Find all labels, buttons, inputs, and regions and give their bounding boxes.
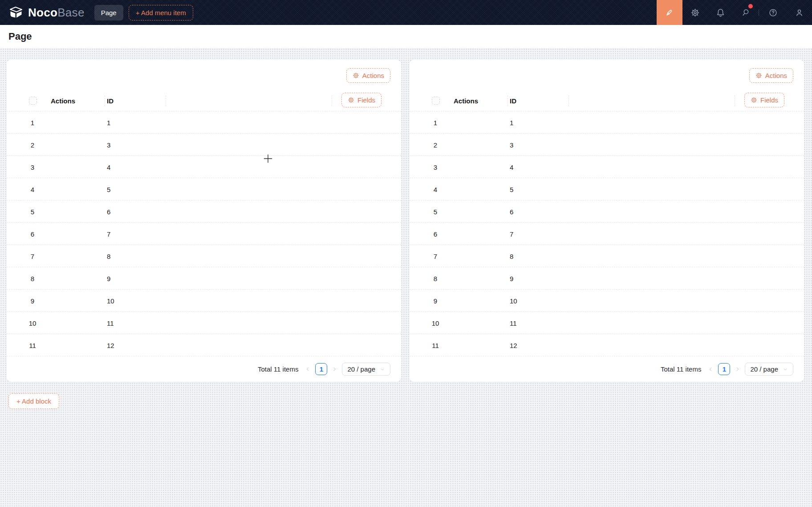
row-index: 7 bbox=[24, 252, 41, 260]
column-header-actions: Actions bbox=[51, 97, 75, 104]
chevron-right-icon bbox=[735, 366, 740, 372]
table-fields-button[interactable]: Fields bbox=[341, 93, 382, 107]
page-number-button[interactable]: 1 bbox=[718, 363, 730, 375]
table-block-2: Actions Actions ID Fields 1 1 bbox=[410, 60, 804, 382]
row-id-value: 10 bbox=[107, 297, 114, 304]
row-id-value: 12 bbox=[107, 341, 114, 349]
table-row[interactable]: 2 3 bbox=[7, 134, 401, 156]
table-row[interactable]: 7 8 bbox=[7, 245, 401, 267]
table-row[interactable]: 6 7 bbox=[410, 223, 804, 245]
table-row[interactable]: 4 5 bbox=[7, 178, 401, 200]
row-id-value: 6 bbox=[107, 208, 110, 215]
row-id-value: 12 bbox=[510, 341, 517, 349]
ui-editor-button[interactable] bbox=[657, 0, 682, 25]
row-index: 5 bbox=[427, 208, 443, 215]
gear-icon bbox=[755, 72, 762, 79]
column-divider bbox=[735, 95, 735, 106]
add-block-button[interactable]: + Add block bbox=[8, 393, 59, 409]
table-row[interactable]: 11 12 bbox=[7, 334, 401, 356]
row-index: 9 bbox=[24, 297, 41, 304]
row-index: 11 bbox=[427, 341, 443, 349]
table-row[interactable]: 8 9 bbox=[410, 267, 804, 290]
next-page-button[interactable] bbox=[332, 366, 337, 372]
row-id-value: 4 bbox=[510, 163, 513, 171]
user-menu-button[interactable] bbox=[787, 0, 812, 25]
row-id-value: 9 bbox=[107, 274, 110, 282]
gear-icon bbox=[690, 8, 700, 17]
column-divider bbox=[166, 95, 166, 106]
row-index: 8 bbox=[24, 274, 41, 282]
row-id-value: 7 bbox=[107, 230, 110, 237]
prev-page-button[interactable] bbox=[305, 366, 311, 372]
table-block-1: Actions Actions ID Fields 1 1 bbox=[7, 60, 401, 382]
table-row[interactable]: 6 7 bbox=[7, 223, 401, 245]
row-id-value: 3 bbox=[107, 141, 110, 148]
table-row[interactable]: 11 12 bbox=[410, 334, 804, 356]
settings-button[interactable] bbox=[682, 0, 708, 25]
table-row[interactable]: 9 10 bbox=[7, 290, 401, 312]
row-id-value: 3 bbox=[510, 141, 513, 148]
row-index: 6 bbox=[427, 230, 443, 237]
search-icon bbox=[741, 8, 751, 17]
row-index: 10 bbox=[24, 319, 41, 327]
table-row[interactable]: 3 4 bbox=[410, 156, 804, 178]
page-size-select[interactable]: 20 / page bbox=[342, 363, 390, 376]
page-title: Page bbox=[8, 31, 32, 42]
column-divider bbox=[568, 95, 569, 106]
notifications-button[interactable] bbox=[708, 0, 733, 25]
row-index: 7 bbox=[427, 252, 443, 260]
block-actions-button[interactable]: Actions bbox=[749, 68, 793, 83]
table-row[interactable]: 5 6 bbox=[7, 200, 401, 223]
next-page-button[interactable] bbox=[735, 366, 740, 372]
table-row[interactable]: 2 3 bbox=[410, 134, 804, 156]
row-index: 11 bbox=[24, 341, 41, 349]
nav-tab-page[interactable]: Page bbox=[94, 5, 123, 20]
select-all-checkbox[interactable] bbox=[29, 97, 37, 105]
row-index: 8 bbox=[427, 274, 443, 282]
table-row[interactable]: 5 6 bbox=[410, 200, 804, 223]
table-row[interactable]: 4 5 bbox=[410, 178, 804, 200]
row-index: 2 bbox=[427, 141, 443, 148]
table-row[interactable]: 9 10 bbox=[410, 290, 804, 312]
add-menu-item-button[interactable]: + Add menu item bbox=[129, 5, 193, 20]
search-button[interactable] bbox=[733, 0, 759, 25]
bell-icon bbox=[716, 8, 725, 17]
page-size-select[interactable]: 20 / page bbox=[745, 363, 793, 376]
prev-page-button[interactable] bbox=[708, 366, 714, 372]
header-actions bbox=[657, 0, 812, 25]
table-row[interactable]: 10 11 bbox=[7, 312, 401, 334]
table-row[interactable]: 1 1 bbox=[7, 111, 401, 134]
gear-icon bbox=[348, 97, 354, 103]
table-fields-button[interactable]: Fields bbox=[744, 93, 784, 107]
total-items-label: Total 11 items bbox=[661, 365, 701, 373]
table-row[interactable]: 8 9 bbox=[7, 267, 401, 290]
page-content: Actions Actions ID Fields 1 1 bbox=[0, 48, 812, 507]
page-number-button[interactable]: 1 bbox=[315, 363, 327, 375]
page-header: Page bbox=[0, 25, 812, 48]
row-id-value: 5 bbox=[510, 185, 513, 193]
gear-icon bbox=[353, 72, 359, 79]
column-divider bbox=[105, 95, 105, 106]
row-id-value: 1 bbox=[510, 119, 513, 126]
help-button[interactable] bbox=[759, 0, 787, 25]
nocobase-logo-icon bbox=[9, 6, 24, 19]
table-row[interactable]: 1 1 bbox=[410, 111, 804, 134]
row-index: 4 bbox=[427, 185, 443, 193]
row-id-value: 10 bbox=[510, 297, 517, 304]
chevron-down-icon bbox=[380, 367, 385, 372]
block-actions-button[interactable]: Actions bbox=[346, 68, 390, 83]
table-body: 1 1 2 3 3 4 4 5 5 bbox=[7, 111, 401, 356]
row-index: 4 bbox=[24, 185, 41, 193]
table-pagination: Total 11 items 1 20 / page bbox=[410, 356, 804, 382]
table-row[interactable]: 7 8 bbox=[410, 245, 804, 267]
table-row[interactable]: 3 4 bbox=[7, 156, 401, 178]
column-header-id: ID bbox=[107, 97, 114, 104]
column-header-actions: Actions bbox=[454, 97, 478, 104]
row-id-value: 8 bbox=[107, 252, 110, 260]
select-all-checkbox[interactable] bbox=[432, 97, 440, 105]
table-row[interactable]: 10 11 bbox=[410, 312, 804, 334]
row-id-value: 8 bbox=[510, 252, 513, 260]
row-id-value: 1 bbox=[107, 119, 110, 126]
user-icon bbox=[795, 8, 804, 17]
plus-cursor-icon bbox=[263, 154, 273, 164]
